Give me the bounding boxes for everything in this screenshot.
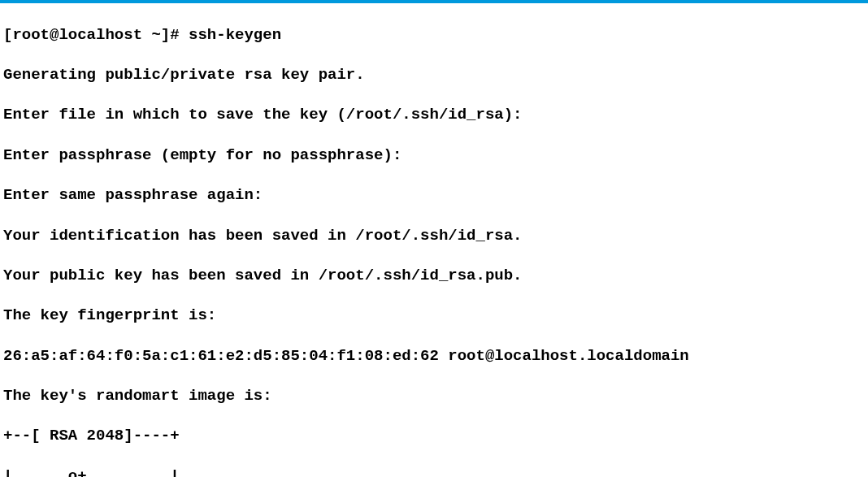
output-line: Your public key has been saved in /root/… [3,266,865,286]
output-line: The key fingerprint is: [3,306,865,326]
output-line: Your identification has been saved in /r… [3,226,865,246]
prompt-line-1: [root@localhost ~]# ssh-keygen [3,25,865,46]
command-input: ssh-keygen [189,26,281,44]
output-line: The key's randomart image is: [3,386,865,406]
output-line: Generating public/private rsa key pair. [3,65,865,85]
output-line: Enter file in which to save the key (/ro… [3,105,865,125]
randomart-line: +--[ RSA 2048]----+ [3,426,865,446]
output-line: Enter passphrase (empty for no passphras… [3,145,865,166]
randomart-line: | ..o+... | [3,466,865,477]
terminal-output-region[interactable]: [root@localhost ~]# ssh-keygen Generatin… [0,3,868,477]
output-fingerprint: 26:a5:af:64:f0:5a:c1:61:e2:d5:85:04:f1:0… [3,346,865,366]
prompt-prefix: [root@localhost ~]# [3,26,189,44]
output-line: Enter same passphrase again: [3,185,865,206]
